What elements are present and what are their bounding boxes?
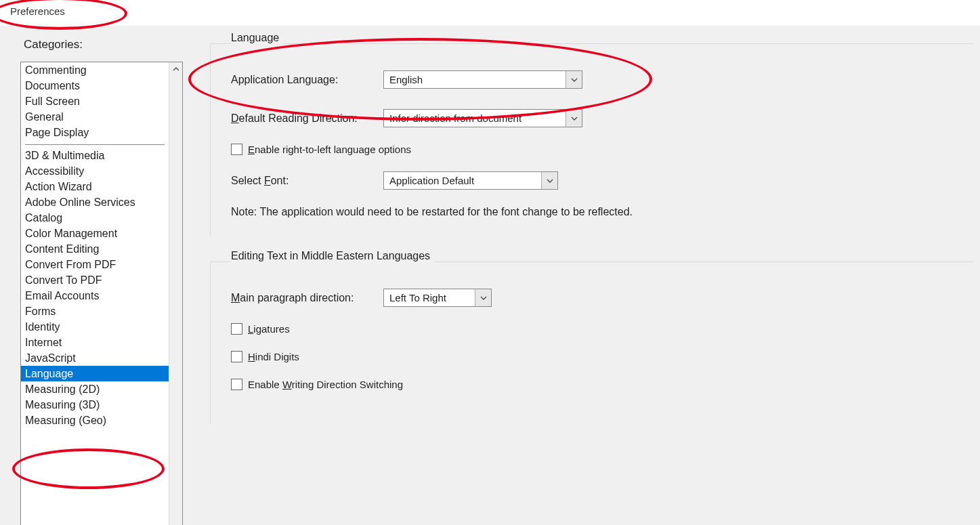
- writing-dir-label: Enable Writing Direction Switching: [248, 379, 403, 390]
- category-item[interactable]: Convert To PDF: [21, 272, 169, 288]
- scrollbar[interactable]: [169, 62, 182, 525]
- category-item[interactable]: Color Management: [21, 226, 169, 241]
- category-item[interactable]: Adobe Online Services: [21, 194, 169, 210]
- section-me-legend: Editing Text in Middle Eastern Languages: [231, 250, 434, 262]
- select-font-dropdown[interactable]: Application Default: [383, 171, 558, 190]
- scroll-up-button[interactable]: [169, 62, 182, 76]
- writing-dir-checkbox[interactable]: [231, 379, 242, 390]
- category-item[interactable]: Catalog: [21, 210, 169, 226]
- select-font-label: Select Font:: [231, 175, 383, 187]
- category-item[interactable]: General: [21, 109, 169, 125]
- section-language-legend: Language: [231, 32, 283, 44]
- reading-direction-dropdown[interactable]: Infer direction from document: [383, 109, 582, 127]
- category-item[interactable]: Internet: [21, 335, 169, 350]
- main-para-dropdown[interactable]: Left To Right: [383, 289, 492, 307]
- app-language-value: English: [384, 74, 566, 85]
- category-item[interactable]: Full Screen: [21, 93, 169, 109]
- select-font-value: Application Default: [384, 175, 541, 186]
- category-item[interactable]: Action Wizard: [21, 179, 169, 194]
- chevron-down-icon: [541, 172, 557, 189]
- category-item[interactable]: Convert From PDF: [21, 257, 169, 272]
- hindi-digits-checkbox[interactable]: [231, 351, 242, 362]
- category-item[interactable]: Page Display: [21, 125, 169, 140]
- main-para-label: Main paragraph direction:: [231, 292, 383, 304]
- category-item[interactable]: Language: [21, 366, 169, 381]
- app-language-dropdown[interactable]: English: [383, 70, 582, 89]
- rtl-checkbox-label: Enable right-to-left language options: [248, 144, 411, 155]
- hindi-digits-label: Hindi Digits: [248, 351, 299, 362]
- chevron-down-icon: [566, 110, 582, 127]
- category-separator: [25, 144, 165, 145]
- category-item[interactable]: Content Editing: [21, 241, 169, 257]
- reading-direction-value: Infer direction from document: [384, 112, 566, 124]
- ligatures-label: Ligatures: [248, 323, 290, 335]
- category-item[interactable]: 3D & Multimedia: [21, 148, 169, 163]
- category-item[interactable]: Email Accounts: [21, 288, 169, 303]
- app-language-label: Application Language:: [231, 74, 383, 86]
- category-item[interactable]: Measuring (3D): [21, 397, 169, 413]
- category-item[interactable]: Accessibility: [21, 163, 169, 179]
- categories-listbox[interactable]: CommentingDocumentsFull ScreenGeneralPag…: [20, 62, 183, 525]
- preferences-body: Categories: CommentingDocumentsFull Scre…: [0, 26, 980, 525]
- category-item[interactable]: Forms: [21, 303, 169, 319]
- category-item[interactable]: Measuring (2D): [21, 381, 169, 397]
- ligatures-checkbox[interactable]: [231, 323, 242, 335]
- rtl-checkbox[interactable]: [231, 144, 242, 155]
- settings-panel: Language Application Language: English D…: [190, 26, 980, 525]
- category-item[interactable]: Identity: [21, 319, 169, 335]
- category-item[interactable]: Commenting: [21, 62, 169, 78]
- category-item[interactable]: Measuring (Geo): [21, 413, 169, 428]
- main-para-value: Left To Right: [384, 292, 475, 303]
- reading-direction-label: Default Reading Direction:: [231, 112, 383, 125]
- chevron-down-icon: [566, 71, 582, 88]
- category-item[interactable]: JavaScript: [21, 350, 169, 366]
- dialog-title: Preferences: [0, 0, 980, 24]
- font-restart-note: Note: The application would need to be r…: [231, 206, 960, 218]
- category-item[interactable]: Documents: [21, 78, 169, 93]
- chevron-down-icon: [475, 289, 491, 306]
